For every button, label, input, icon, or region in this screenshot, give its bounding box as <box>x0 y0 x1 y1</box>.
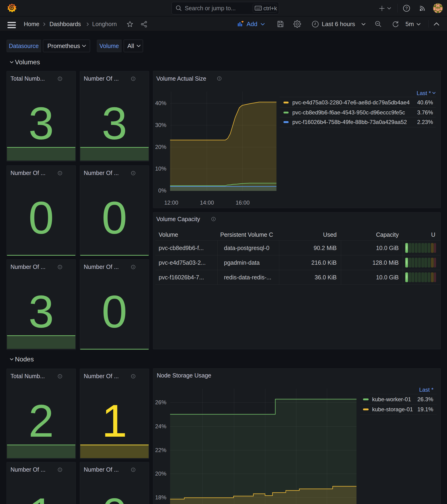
svg-text:14:00: 14:00 <box>200 199 214 206</box>
svg-text:40%: 40% <box>155 100 166 106</box>
svg-text:20%: 20% <box>155 470 166 477</box>
svg-text:24%: 24% <box>155 423 166 430</box>
svg-text:16:00: 16:00 <box>236 199 250 206</box>
svg-text:0%: 0% <box>158 187 166 194</box>
svg-text:22%: 22% <box>155 447 166 453</box>
svg-text:26%: 26% <box>155 399 166 405</box>
svg-text:20%: 20% <box>155 144 166 150</box>
svg-text:30%: 30% <box>155 122 166 128</box>
svg-text:18%: 18% <box>155 494 166 501</box>
svg-text:10%: 10% <box>155 165 166 172</box>
svg-text:12:00: 12:00 <box>164 199 178 206</box>
svg-text:?: ? <box>405 6 408 11</box>
